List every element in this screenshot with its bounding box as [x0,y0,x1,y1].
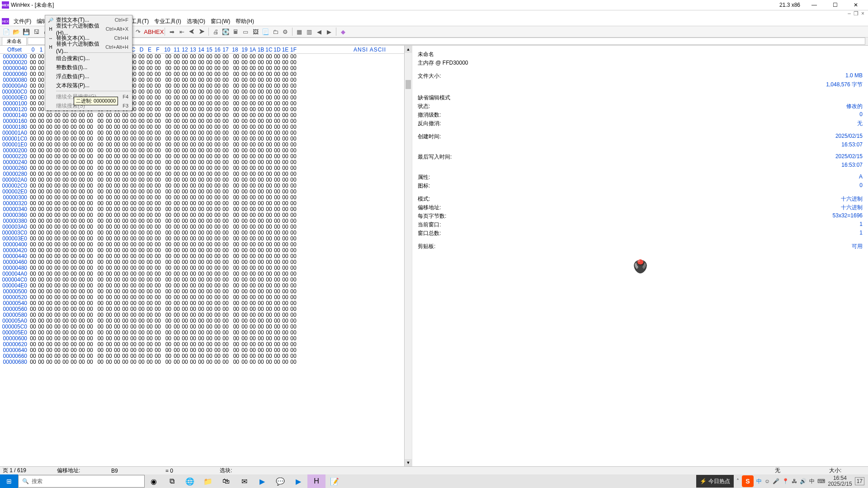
menu-specialist[interactable]: 专业工具(I) [151,17,184,26]
byte-cell[interactable]: 00 [113,359,121,365]
mail-icon[interactable]: ✉ [235,474,253,488]
start-button[interactable]: ⊞ [0,474,18,488]
menu-help[interactable]: 帮助(H) [233,17,257,26]
edge-icon[interactable]: 🌐 [181,474,199,488]
tab-untitled[interactable]: 未命名 [2,37,27,45]
go-icon[interactable]: ➡ [167,27,176,36]
maximize-button[interactable]: ☐ [825,0,845,10]
scroll-up-icon[interactable]: ▲ [405,46,412,53]
tray-keyboard-icon[interactable]: ⌨ [817,478,825,484]
byte-cell[interactable]: 00 [61,359,70,365]
byte-cell[interactable]: 00 [273,359,281,365]
doc-icon[interactable]: 📃 [261,27,270,36]
byte-cell[interactable]: 00 [129,359,137,365]
explorer-icon[interactable]: 📁 [199,474,217,488]
filter-input[interactable] [28,38,865,45]
ram-icon[interactable]: ▭ [241,27,250,36]
menu-window[interactable]: 窗口(W) [208,17,233,26]
hot-news[interactable]: ⚡今日热点 [696,475,734,488]
byte-cell[interactable]: 00 [137,359,146,365]
calendar-badge[interactable]: 17 [855,477,864,485]
menu-item[interactable]: H替换十六进制数值(V)...Ctrl+Alt+H [45,42,132,52]
back-icon[interactable]: ⇤ [177,27,186,36]
scroll-thumb[interactable] [406,80,411,89]
byte-cell[interactable]: 00 [121,359,129,365]
tray-network-icon[interactable]: 🖧 [792,478,797,484]
store-icon[interactable]: 🛍 [217,474,235,488]
byte-cell[interactable]: 00 [230,359,241,365]
grid2-icon[interactable]: ▥ [305,27,314,36]
mdi-restore[interactable]: ❐ [854,10,859,17]
menu-item[interactable]: 组合搜索(C)... [45,54,132,63]
playback-prev-icon[interactable]: ◀ [315,27,324,36]
disk-icon[interactable]: 💽 [221,27,230,36]
media-icon[interactable]: ▶ [253,474,271,488]
tray-ime-lang[interactable]: 中 [756,478,762,485]
hex-row[interactable]: 0000068000000000000000000000000000000000… [0,359,404,365]
taskview-icon[interactable]: ⧉ [163,474,181,488]
byte-cell[interactable]: 00 [281,359,289,365]
scroll-track[interactable] [405,53,412,459]
byte-cell[interactable]: 00 [205,359,213,365]
byte-cell[interactable]: 00 [94,359,105,365]
tray-icon[interactable]: ☺ [764,478,770,484]
menu-item[interactable]: 浮点数值(F)... [45,72,132,81]
byte-cell[interactable]: 00 [173,359,181,365]
settings-icon[interactable]: ⚙ [281,27,290,36]
tool2-icon[interactable]: HEX [153,27,162,36]
redo-icon[interactable]: ↷ [133,27,142,36]
hex-body[interactable]: 0000000000000000000000000000000000000000… [0,54,404,466]
vertical-scrollbar[interactable]: ▲ ▼ [405,46,412,466]
playback-next-icon[interactable]: ▶ [325,27,334,36]
byte-cell[interactable]: 00 [222,359,230,365]
menu-item[interactable]: H查找十六进制数值(H)...Ctrl+Alt+X [45,24,132,33]
cortana-icon[interactable]: ◉ [145,474,163,488]
menu-item[interactable]: 整数数值(I)... [45,63,132,72]
notepad-icon[interactable]: 📝 [326,474,344,488]
tray-volume-icon[interactable]: 🔊 [800,478,807,484]
byte-cell[interactable]: 00 [241,359,249,365]
byte-cell[interactable]: 00 [45,359,53,365]
tray-chevron-icon[interactable]: ˄ [736,478,739,484]
menu-options[interactable]: 选项(O) [184,17,208,26]
open-icon[interactable]: 📂 [12,27,21,36]
grid1-icon[interactable]: ▦ [295,27,304,36]
byte-cell[interactable]: 00 [181,359,189,365]
byte-cell[interactable]: 00 [189,359,197,365]
winhex-taskbar-icon[interactable]: H [307,474,326,488]
byte-cell[interactable]: 00 [70,359,78,365]
byte-cell[interactable]: 00 [162,359,173,365]
scroll-down-icon[interactable]: ▼ [405,459,412,466]
byte-cell[interactable]: 00 [197,359,205,365]
printer-icon[interactable]: 🖨 [211,27,220,36]
byte-cell[interactable]: 00 [154,359,162,365]
byte-cell[interactable]: 00 [105,359,113,365]
folder-icon[interactable]: 🗀 [271,27,280,36]
byte-cell[interactable]: 00 [37,359,45,365]
byte-cell[interactable]: 00 [249,359,257,365]
byte-cell[interactable]: 00 [86,359,94,365]
minimize-button[interactable]: — [804,0,825,10]
byte-cell[interactable]: 00 [29,359,37,365]
eraser-icon[interactable]: ◆ [339,27,348,36]
taskbar-clock[interactable]: 16:542025/2/15 [828,475,852,487]
img-icon[interactable]: 🖼 [251,27,260,36]
video-icon[interactable]: ▶ [289,474,307,488]
tray-mic-icon[interactable]: 🎤 [773,478,779,484]
byte-cell[interactable]: 00 [257,359,265,365]
next-icon[interactable]: ⮞ [197,27,206,36]
byte-cell[interactable]: 00 [53,359,61,365]
menu-item[interactable]: 文本段落(P)... [45,81,132,90]
prev-icon[interactable]: ⮜ [187,27,196,36]
tray-ime2-icon[interactable]: 中 [809,478,815,485]
calc-icon[interactable]: 🖩 [231,27,240,36]
tool-icon[interactable]: AB [143,27,152,36]
taskbar-search[interactable]: 🔍 搜索 [18,475,145,488]
mdi-minimize[interactable]: – [848,10,851,17]
menu-file[interactable]: 文件(F) [11,17,34,26]
save-icon[interactable]: 💾 [22,27,31,36]
byte-cell[interactable]: 00 [265,359,273,365]
byte-cell[interactable]: 00 [289,359,297,365]
close-button[interactable]: ✕ [845,0,866,10]
wechat-icon[interactable]: 💬 [271,474,289,488]
